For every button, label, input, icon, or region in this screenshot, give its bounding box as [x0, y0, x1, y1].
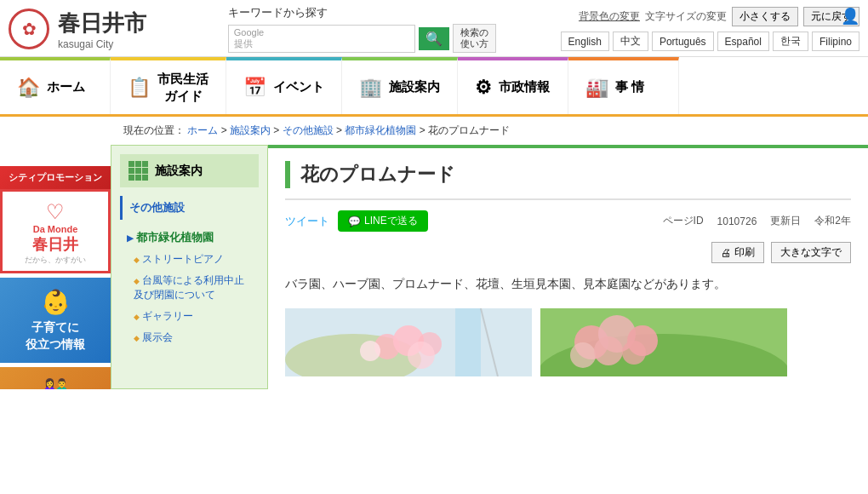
logo-text: 春日井市 kasugai City [58, 9, 146, 50]
google-label: Google 提供 [234, 27, 264, 50]
large-font-button[interactable]: 大きな文字で [771, 242, 851, 263]
updated-value: 令和2年 [814, 214, 851, 228]
nav-facilities[interactable]: 🏢 施設案内 [342, 57, 458, 114]
print-icon: 🖨 [721, 247, 731, 259]
search-row: Google 提供 🔍 検索の 使い方 [228, 24, 496, 53]
nav-industry-label: 事 情 [615, 79, 644, 95]
photo-2 [540, 308, 787, 376]
sidebar-title: 施設案内 [120, 154, 259, 187]
logo-icon: ✿ [9, 9, 49, 49]
sidebar: 施設案内 その他施設 都市緑化植物園 ストリートピアノ 台風等による利用中止及び… [111, 145, 268, 388]
lang-korean-button[interactable]: 한국 [773, 32, 808, 51]
senior-banner[interactable]: 👫 シニアに 役立つ情報 [0, 367, 111, 388]
lang-chinese-button[interactable]: 中文 [613, 32, 648, 51]
page-title-bar [285, 161, 290, 188]
sidebar-title-text: 施設案内 [155, 164, 203, 179]
svg-rect-17 [540, 308, 787, 376]
top-bar: ✿ 春日井市 kasugai City キーワードから探す Google 提供 … [0, 0, 868, 57]
print-area: 🖨 印刷 大きな文字で [285, 242, 851, 263]
updated-label: 更新日 [770, 214, 801, 228]
nav-events[interactable]: 📅 イベント [226, 57, 342, 114]
nav-bar: 🏠 ホーム 📋 市民生活 ガイド 📅 イベント 🏢 施設案内 ⚙ 市政情報 🏭 … [0, 57, 868, 117]
da-monde-text: Da Monde [9, 224, 101, 234]
svg-rect-7 [455, 308, 481, 376]
search-area: キーワードから探す Google 提供 🔍 検索の 使い方 [228, 5, 496, 53]
sidebar-exhibition-link[interactable]: 展示会 [120, 327, 259, 348]
industry-icon: 🏭 [585, 77, 608, 99]
nav-city-info[interactable]: ⚙ 市政情報 [458, 57, 568, 114]
accessibility-row: 背景色の変更 文字サイズの変更 小さくする 元に戻す [579, 7, 859, 26]
nav-civic[interactable]: 📋 市民生活 ガイド [111, 57, 226, 114]
city-name-en: kasugai City [58, 38, 146, 50]
photo-1 [285, 308, 532, 376]
left-banner: シティプロモーション ♡ Da Monde 春日井 だから、かすがい 👶 子育て… [0, 166, 111, 389]
breadcrumb-other-facilities[interactable]: その他施設 [283, 124, 334, 136]
line-button[interactable]: 💬 LINEで送る [338, 210, 428, 232]
sidebar-typhoon-link[interactable]: 台風等による利用中止及び閉園について [120, 270, 259, 306]
city-promo-banner: シティプロモーション [0, 166, 111, 189]
nav-industry[interactable]: 🏭 事 情 [568, 57, 679, 114]
senior-icon: 👫 [9, 377, 102, 388]
nav-facilities-label: 施設案内 [389, 79, 440, 95]
line-button-label: LINEで送る [364, 214, 418, 228]
page-id-value: 1010726 [717, 215, 757, 227]
search-input[interactable] [267, 32, 410, 45]
lang-english-button[interactable]: English [561, 32, 609, 51]
logo-area: ✿ 春日井市 kasugai City [9, 9, 146, 50]
search-button[interactable]: 🔍 [419, 27, 449, 50]
social-row: ツイート 💬 LINEで送る [285, 210, 428, 232]
search-icon: 🔍 [425, 31, 443, 47]
page-title: 花のプロムナード [300, 162, 455, 187]
page-title-area: 花のプロムナード [285, 161, 851, 200]
breadcrumb-facilities[interactable]: 施設案内 [230, 124, 271, 136]
breadcrumb-home[interactable]: ホーム [187, 124, 218, 136]
svg-point-6 [408, 342, 435, 369]
main-content: 施設案内 その他施設 都市緑化植物園 ストリートピアノ 台風等による利用中止及び… [111, 145, 868, 388]
font-size-label: 文字サイズの変更 [645, 9, 727, 24]
action-row: ツイート 💬 LINEで送る ページID 1010726 更新日 令和2年 [285, 210, 851, 232]
user-icon: 👤 [841, 7, 859, 26]
page-main: 花のプロムナード ツイート 💬 LINEで送る ページID 1010726 更新… [268, 145, 868, 388]
font-small-button[interactable]: 小さくする [732, 7, 798, 26]
print-label: 印刷 [734, 245, 755, 260]
search-label: キーワードから探す [228, 5, 496, 20]
kosodate-text: 子育てに 役立つ情報 [9, 319, 102, 353]
heart-icon: ♡ [9, 200, 101, 224]
nav-home-label: ホーム [47, 79, 85, 95]
breadcrumb-prefix: 現在の位置： [123, 124, 185, 136]
bg-change-link[interactable]: 背景色の変更 [579, 9, 640, 24]
kosodate-icon: 👶 [9, 288, 102, 316]
nav-city-info-label: 市政情報 [499, 79, 550, 95]
nav-civic-label: 市民生活 ガイド [157, 71, 208, 104]
lang-filipino-button[interactable]: Filipino [812, 32, 859, 51]
sidebar-botanical-link[interactable]: 都市緑化植物園 [120, 227, 259, 249]
search-help-button[interactable]: 検索の 使い方 [453, 24, 496, 53]
line-icon: 💬 [348, 215, 361, 227]
lang-portuguese-button[interactable]: Português [652, 32, 714, 51]
kasugai-sub-text: だから、かすがい [9, 255, 101, 266]
breadcrumb-botanical[interactable]: 都市緑化植物園 [345, 124, 416, 136]
sidebar-gallery-link[interactable]: ギャラリー [120, 306, 259, 327]
right-controls: 背景色の変更 文字サイズの変更 小さくする 元に戻す English 中文 Po… [561, 7, 859, 51]
civic-icon: 📋 [128, 77, 151, 99]
nav-home[interactable]: 🏠 ホーム [0, 57, 111, 114]
photo-row [285, 308, 851, 376]
facilities-icon: 🏢 [359, 77, 382, 99]
kosodate-banner[interactable]: 👶 子育てに 役立つ情報 [0, 278, 111, 363]
sidebar-street-piano-link[interactable]: ストリートピアノ [120, 249, 259, 270]
lang-row: English 中文 Português Español 한국 Filipino [561, 32, 859, 51]
da-monde-box: ♡ Da Monde 春日井 だから、かすがい [0, 189, 111, 273]
home-icon: 🏠 [17, 77, 40, 99]
page-description: バラ園、ハーブ園、プロムナード、花壇、生垣見本園、見本庭園などがあります。 [285, 273, 851, 295]
page-id-label: ページID [663, 214, 704, 228]
breadcrumb: 現在の位置： ホーム > 施設案内 > その他施設 > 都市緑化植物園 > 花の… [111, 117, 868, 145]
sidebar-grid-icon [128, 161, 148, 181]
print-button[interactable]: 🖨 印刷 [711, 242, 764, 263]
lang-spanish-button[interactable]: Español [717, 32, 769, 51]
other-facilities-link[interactable]: その他施設 [120, 196, 259, 220]
tweet-link[interactable]: ツイート [285, 214, 329, 229]
city-info-icon: ⚙ [475, 77, 492, 99]
nav-events-label: イベント [273, 79, 324, 95]
city-name-jp: 春日井市 [58, 9, 146, 38]
events-icon: 📅 [243, 77, 266, 99]
